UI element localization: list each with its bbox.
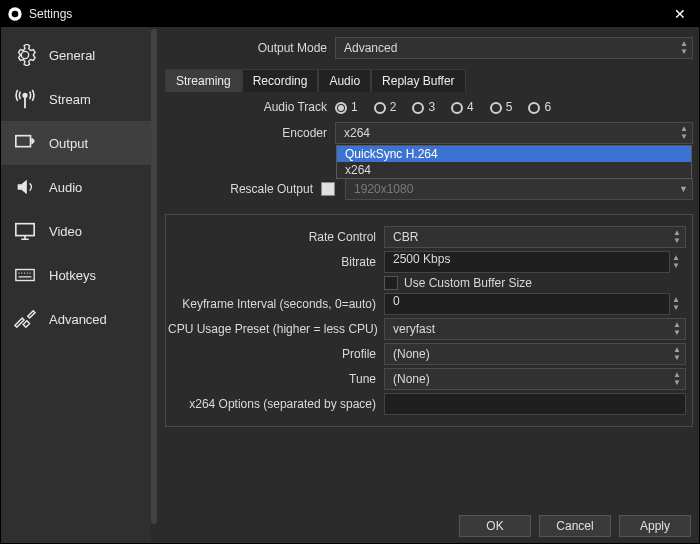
tools-icon: [13, 307, 37, 331]
encoder-settings-panel: Rate Control CBR ▲▼ Bitrate 2500 Kbps ▲▼…: [165, 214, 693, 427]
apply-button[interactable]: Apply: [619, 515, 691, 537]
sidebar-item-label: Output: [49, 136, 88, 151]
cpu-preset-label: CPU Usage Preset (higher = less CPU): [168, 322, 384, 336]
custom-buffer-checkbox[interactable]: [384, 276, 398, 290]
monitor-icon: [13, 219, 37, 243]
svg-rect-4: [16, 224, 34, 236]
bitrate-spinner[interactable]: ▲▼: [672, 254, 686, 270]
sidebar-item-video[interactable]: Video: [1, 209, 151, 253]
speaker-icon: [13, 175, 37, 199]
rescale-label: Rescale Output: [165, 182, 321, 196]
audio-track-6[interactable]: 6: [528, 100, 551, 114]
profile-label: Profile: [168, 347, 384, 361]
radio-icon: [335, 102, 347, 114]
sidebar-item-label: Audio: [49, 180, 82, 195]
sidebar-item-audio[interactable]: Audio: [1, 165, 151, 209]
sidebar-item-hotkeys[interactable]: Hotkeys: [1, 253, 151, 297]
cpu-preset-select[interactable]: veryfast ▲▼: [384, 318, 686, 340]
dialog-buttons: OK Cancel Apply: [459, 515, 691, 537]
profile-select[interactable]: (None) ▲▼: [384, 343, 686, 365]
audio-track-3[interactable]: 3: [412, 100, 435, 114]
encoder-label: Encoder: [165, 126, 335, 140]
sidebar-item-output[interactable]: Output: [1, 121, 151, 165]
encoder-row: Encoder x264 ▲▼ QuickSync H.264 x264: [165, 122, 693, 144]
audio-track-1[interactable]: 1: [335, 100, 358, 114]
chevron-down-icon: ▼: [679, 184, 688, 194]
x264-opts-input[interactable]: [384, 393, 686, 415]
updown-icon: ▲▼: [673, 346, 681, 362]
radio-icon: [451, 102, 463, 114]
rate-control-select[interactable]: CBR ▲▼: [384, 226, 686, 248]
keyframe-label: Keyframe Interval (seconds, 0=auto): [168, 297, 384, 311]
tune-label: Tune: [168, 372, 384, 386]
cancel-button[interactable]: Cancel: [539, 515, 611, 537]
radio-icon: [528, 102, 540, 114]
radio-icon: [374, 102, 386, 114]
encoder-option-quicksync[interactable]: QuickSync H.264: [337, 146, 691, 162]
radio-icon: [412, 102, 424, 114]
sidebar-item-advanced[interactable]: Advanced: [1, 297, 151, 341]
chevron-down-icon: ▼: [672, 304, 686, 312]
close-icon[interactable]: ✕: [667, 1, 693, 27]
tune-select[interactable]: (None) ▲▼: [384, 368, 686, 390]
output-mode-value: Advanced: [344, 41, 397, 55]
sidebar-item-label: Advanced: [49, 312, 107, 327]
encoder-value: x264: [344, 126, 370, 140]
output-mode-row: Output Mode Advanced ▲▼: [165, 37, 693, 59]
sidebar-item-label: General: [49, 48, 95, 63]
custom-buffer-label: Use Custom Buffer Size: [404, 276, 532, 290]
audio-track-2[interactable]: 2: [374, 100, 397, 114]
tab-recording[interactable]: Recording: [242, 69, 319, 92]
svg-point-1: [12, 11, 19, 18]
x264-opts-label: x264 Options (separated by space): [168, 397, 384, 411]
audio-track-4[interactable]: 4: [451, 100, 474, 114]
updown-icon: ▲▼: [673, 321, 681, 337]
titlebar: Settings ✕: [1, 1, 699, 27]
keyframe-spinner[interactable]: ▲▼: [672, 296, 686, 312]
updown-icon: ▲▼: [673, 371, 681, 387]
sidebar-item-label: Video: [49, 224, 82, 239]
svg-rect-3: [16, 136, 31, 147]
svg-point-2: [23, 94, 27, 98]
rescale-checkbox[interactable]: [321, 182, 335, 196]
rescale-value: 1920x1080: [354, 182, 413, 196]
keyboard-icon: [13, 263, 37, 287]
chevron-down-icon: ▼: [672, 262, 686, 270]
audio-track-5[interactable]: 5: [490, 100, 513, 114]
rescale-value-select[interactable]: 1920x1080 ▼: [345, 178, 693, 200]
ok-button[interactable]: OK: [459, 515, 531, 537]
encoder-dropdown: QuickSync H.264 x264: [336, 145, 692, 179]
encoder-option-x264[interactable]: x264: [337, 162, 691, 178]
output-mode-label: Output Mode: [165, 41, 335, 55]
broadcast-icon: [13, 87, 37, 111]
sidebar-item-general[interactable]: General: [1, 33, 151, 77]
encoder-select[interactable]: x264 ▲▼ QuickSync H.264 x264: [335, 122, 693, 144]
tab-streaming[interactable]: Streaming: [165, 69, 242, 92]
tab-audio[interactable]: Audio: [318, 69, 371, 92]
output-mode-select[interactable]: Advanced ▲▼: [335, 37, 693, 59]
sidebar-item-stream[interactable]: Stream: [1, 77, 151, 121]
sidebar-item-label: Hotkeys: [49, 268, 96, 283]
sidebar: General Stream Output Audio Video: [1, 27, 151, 543]
audio-track-row: Audio Track 1 2 3 4 5 6: [165, 100, 693, 114]
gear-icon: [13, 43, 37, 67]
window-title: Settings: [29, 7, 72, 21]
output-tabs: Streaming Recording Audio Replay Buffer: [165, 69, 693, 92]
output-icon: [13, 131, 37, 155]
tab-replay-buffer[interactable]: Replay Buffer: [371, 69, 466, 92]
bitrate-input[interactable]: 2500 Kbps: [384, 251, 670, 273]
audio-track-label: Audio Track: [165, 100, 335, 114]
content-area: Output Mode Advanced ▲▼ Streaming Record…: [151, 27, 699, 543]
updown-icon: ▲▼: [680, 40, 688, 56]
rescale-row: Rescale Output 1920x1080 ▼: [165, 178, 693, 200]
svg-rect-5: [16, 270, 34, 281]
radio-icon: [490, 102, 502, 114]
updown-icon: ▲▼: [680, 125, 688, 141]
rate-control-label: Rate Control: [168, 230, 384, 244]
updown-icon: ▲▼: [673, 229, 681, 245]
app-logo-icon: [7, 6, 23, 22]
bitrate-label: Bitrate: [168, 255, 384, 269]
keyframe-input[interactable]: 0: [384, 293, 670, 315]
sidebar-item-label: Stream: [49, 92, 91, 107]
